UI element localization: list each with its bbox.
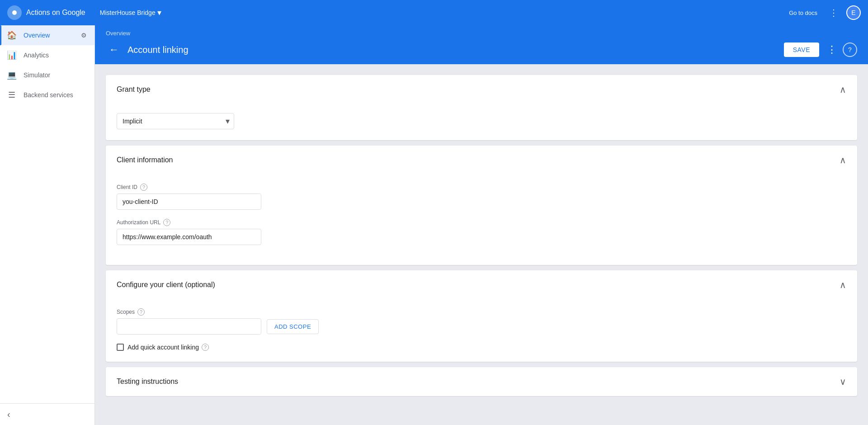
content-column: Overview ← Account linking SAVE ⋮ ? Gran… <box>95 25 868 425</box>
scopes-label: Scopes ? <box>117 308 846 316</box>
quick-linking-help-icon[interactable]: ? <box>202 344 209 351</box>
client-information-card: Client information ∧ Client ID ? Authori… <box>106 146 857 265</box>
sidebar: 🏠 Overview ⚙ 📊 Analytics 💻 Simulator ☰ B… <box>0 25 95 425</box>
configure-client-header[interactable]: Configure your client (optional) ∧ <box>106 270 857 299</box>
more-options-button[interactable]: ⋮ <box>825 4 843 22</box>
client-info-body: Client ID ? Authorization URL ? <box>106 175 857 265</box>
page-title: Account linking <box>127 45 784 55</box>
project-name: MisterHouse Bridge <box>100 9 156 16</box>
auth-url-input[interactable] <box>117 229 261 245</box>
testing-instructions-header[interactable]: Testing instructions ∨ <box>106 367 857 396</box>
quick-linking-row: Add quick account linking ? <box>117 344 846 351</box>
scopes-group: Scopes ? ADD SCOPE <box>117 308 846 335</box>
grant-type-expand-icon: ∧ <box>840 84 846 95</box>
sidebar-collapse-button[interactable]: ‹ <box>0 403 94 425</box>
backend-icon: ☰ <box>7 90 16 99</box>
top-nav-right: Go to docs ⋮ E <box>785 4 861 22</box>
simulator-icon: 💻 <box>7 71 16 80</box>
auth-url-help-icon[interactable]: ? <box>163 219 170 226</box>
grant-type-header[interactable]: Grant type ∧ <box>106 75 857 104</box>
project-selector[interactable]: MisterHouse Bridge ▾ <box>96 5 165 20</box>
grant-type-body: Implicit Authorization code ▾ <box>106 104 857 140</box>
app-name: Actions on Google <box>26 9 85 17</box>
sidebar-label-simulator: Simulator <box>24 71 50 79</box>
client-info-title: Client information <box>117 156 173 164</box>
sidebar-item-analytics[interactable]: 📊 Analytics <box>0 45 94 65</box>
user-avatar[interactable]: E <box>846 5 861 20</box>
configure-client-card: Configure your client (optional) ∧ Scope… <box>106 270 857 362</box>
header-more-button[interactable]: ⋮ <box>823 41 841 59</box>
header-help-button[interactable]: ? <box>843 42 857 57</box>
configure-client-expand-icon: ∧ <box>840 279 846 290</box>
top-nav: Actions on Google MisterHouse Bridge ▾ G… <box>0 0 868 25</box>
auth-url-group: Authorization URL ? <box>117 219 846 245</box>
auth-url-label: Authorization URL ? <box>117 219 846 226</box>
sidebar-label-backend: Backend services <box>24 91 73 99</box>
save-button[interactable]: SAVE <box>784 42 819 57</box>
app-body: 🏠 Overview ⚙ 📊 Analytics 💻 Simulator ☰ B… <box>0 25 868 425</box>
quick-linking-label[interactable]: Add quick account linking ? <box>127 344 209 351</box>
project-dropdown-icon: ▾ <box>157 8 161 18</box>
configure-client-title: Configure your client (optional) <box>117 281 215 289</box>
scopes-input[interactable] <box>117 318 261 335</box>
add-scope-button[interactable]: ADD SCOPE <box>267 319 319 334</box>
quick-linking-checkbox[interactable] <box>117 344 124 351</box>
sidebar-label-analytics: Analytics <box>24 52 49 59</box>
sidebar-item-backend-services[interactable]: ☰ Backend services <box>0 85 94 105</box>
breadcrumb-bar: Overview <box>95 25 868 37</box>
sidebar-item-simulator[interactable]: 💻 Simulator <box>0 65 94 85</box>
main-content: Grant type ∧ Implicit Authorization code… <box>95 64 868 425</box>
back-button[interactable]: ← <box>106 42 122 58</box>
testing-instructions-expand-icon: ∨ <box>840 376 846 387</box>
client-id-label: Client ID ? <box>117 184 846 191</box>
settings-button[interactable]: ⚙ <box>76 28 91 42</box>
scopes-help-icon[interactable]: ? <box>137 308 145 316</box>
header-section: Overview ← Account linking SAVE ⋮ ? <box>95 25 868 64</box>
app-logo: Actions on Google <box>7 5 85 20</box>
breadcrumb: Overview <box>106 30 130 37</box>
grant-type-select[interactable]: Implicit Authorization code <box>117 113 234 129</box>
client-info-header[interactable]: Client information ∧ <box>106 146 857 175</box>
home-icon: 🏠 <box>7 31 16 40</box>
grant-type-title: Grant type <box>117 85 151 94</box>
client-id-group: Client ID ? <box>117 184 846 210</box>
content-header: ← Account linking SAVE ⋮ ? <box>95 37 868 64</box>
testing-instructions-card: Testing instructions ∨ <box>106 367 857 396</box>
sidebar-label-overview: Overview <box>24 32 50 39</box>
client-id-help-icon[interactable]: ? <box>140 184 147 191</box>
logo-icon <box>7 5 22 20</box>
client-id-input[interactable] <box>117 194 261 210</box>
sidebar-item-overview[interactable]: 🏠 Overview ⚙ <box>0 25 94 45</box>
grant-type-card: Grant type ∧ Implicit Authorization code… <box>106 75 857 140</box>
analytics-icon: 📊 <box>7 51 16 60</box>
scopes-row: ADD SCOPE <box>117 318 846 335</box>
grant-type-select-wrapper: Implicit Authorization code ▾ <box>117 113 234 129</box>
client-info-expand-icon: ∧ <box>840 155 846 165</box>
testing-instructions-title: Testing instructions <box>117 378 178 386</box>
go-to-docs-button[interactable]: Go to docs <box>785 7 821 19</box>
configure-client-body: Scopes ? ADD SCOPE Add quick account lin… <box>106 299 857 362</box>
